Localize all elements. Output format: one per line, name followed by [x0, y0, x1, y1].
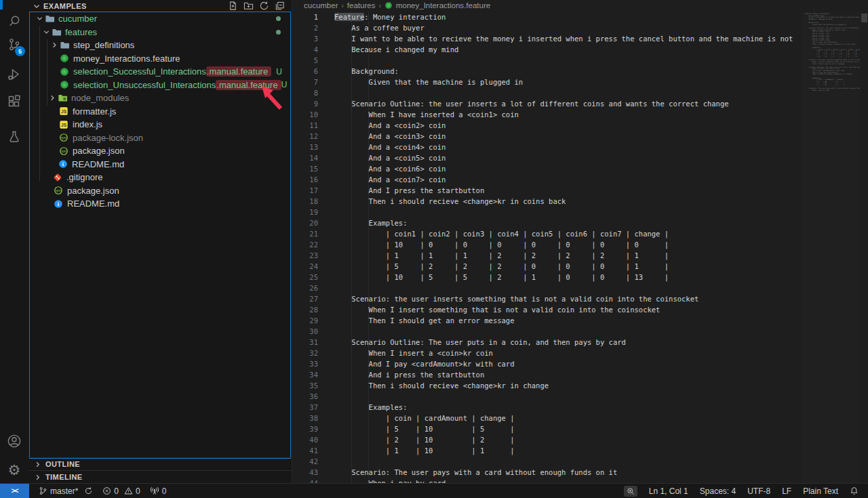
- tree-item-README.md[interactable]: iREADME.md: [29, 197, 291, 211]
- code-line[interactable]: And a <coin4> coin: [334, 142, 802, 152]
- code-line[interactable]: Then i should recieve <change>kr in chan…: [334, 380, 802, 391]
- code-line[interactable]: | coin1 | coin2 | coin3 | coin4 | coin5 …: [334, 228, 802, 239]
- code-line[interactable]: | 5 | 10 | 5 |: [334, 423, 802, 434]
- code-line[interactable]: | 2 | 10 | 2 |: [334, 434, 802, 445]
- new-folder-icon[interactable]: [243, 1, 254, 12]
- code-line[interactable]: [334, 326, 802, 337]
- line-number: 5: [292, 55, 318, 66]
- tree-item-selection_Successful_Interactions[interactable]: selection_Successful_Interactions.manual…: [29, 65, 291, 79]
- code-line[interactable]: When i pay by card: [334, 478, 802, 483]
- tree-item-formatter.js[interactable]: JSformatter.js: [29, 105, 291, 119]
- code-line[interactable]: And I pay <cardAmount>kr with card: [334, 358, 802, 369]
- outline-section[interactable]: OUTLINE: [28, 457, 292, 470]
- timeline-section[interactable]: TIMELINE: [28, 470, 292, 483]
- code-line[interactable]: Scenario: the user inserts something tha…: [334, 293, 802, 304]
- remote-indicator[interactable]: ><: [0, 484, 29, 498]
- code-line[interactable]: And I press the startbutton: [334, 185, 802, 196]
- code-content[interactable]: Feature: Money interaction As a coffee b…: [334, 12, 802, 483]
- breadcrumb-folder[interactable]: cucumber: [304, 1, 338, 9]
- extensions-icon[interactable]: [0, 88, 28, 115]
- code-line[interactable]: Scenario: The user pays with a card with…: [334, 467, 802, 478]
- tree-item-index.js[interactable]: JSindex.js: [29, 118, 291, 131]
- code-line[interactable]: When I insert something that is not a va…: [334, 304, 802, 315]
- code-line[interactable]: | coin | cardAmount | change |: [334, 413, 802, 423]
- code-line[interactable]: | 1 | 10 | 1 |: [334, 445, 802, 456]
- explorer-section-header[interactable]: EXAMPLES: [28, 0, 292, 12]
- cursor-position-item[interactable]: Ln 1, Col 1: [649, 486, 688, 496]
- tree-item-package.json[interactable]: npmpackage.json: [29, 184, 291, 198]
- notifications-item[interactable]: [850, 486, 859, 495]
- language-mode-item[interactable]: Plain Text: [803, 486, 838, 496]
- code-line[interactable]: And a <coin7> coin: [334, 174, 802, 185]
- new-file-icon[interactable]: [227, 1, 238, 12]
- encoding-item[interactable]: UTF-8: [747, 486, 770, 496]
- tree-item-selection_Unsuccessful_Interactions[interactable]: selection_Unsuccessful_Interactions.manu…: [29, 79, 291, 92]
- breadcrumb-folder[interactable]: features: [347, 1, 376, 9]
- code-line[interactable]: When I have inserted a <coin1> coin: [334, 109, 802, 120]
- code-line[interactable]: I want to be able to recieve the money i…: [334, 33, 802, 44]
- code-line[interactable]: Background:: [334, 66, 802, 77]
- code-line[interactable]: | 5 | 2 | 2 | 2 | 0 | 0 | 0 | 1 |: [334, 261, 802, 272]
- breadcrumb-file[interactable]: money_Interactions.feature: [396, 1, 490, 9]
- chevron-right-icon[interactable]: [50, 40, 59, 51]
- eol-item[interactable]: LF: [782, 486, 791, 496]
- tree-item-money_Interactions.feature[interactable]: money_Interactions.feature: [29, 52, 291, 66]
- code-line[interactable]: Feature: Money interaction: [334, 12, 802, 22]
- minimap[interactable]: Feature: Money interaction As a coffee b…: [802, 12, 860, 483]
- code-line[interactable]: And a <coin6> coin: [334, 163, 802, 174]
- chevron-down-icon[interactable]: [35, 14, 44, 24]
- code-line[interactable]: [334, 456, 802, 467]
- code-line[interactable]: | 10 | 5 | 5 | 2 | 1 | 0 | 0 | 13 |: [334, 272, 802, 283]
- tree-item-cucumber[interactable]: cucumber: [29, 12, 291, 26]
- code-line[interactable]: Examples:: [334, 217, 802, 228]
- chevron-right-icon[interactable]: [48, 93, 57, 104]
- code-line[interactable]: | 10 | 0 | 0 | 0 | 0 | 0 | 0 | 0 |: [334, 239, 802, 250]
- line-number: 28: [292, 304, 318, 315]
- ports-item[interactable]: 0: [150, 486, 167, 496]
- tree-item-step_definitions[interactable]: step_definitions: [29, 39, 291, 52]
- code-line[interactable]: And a <coin5> coin: [334, 152, 802, 163]
- scrollbar-thumb[interactable]: [861, 14, 867, 22]
- code-line[interactable]: [334, 283, 802, 293]
- refresh-icon[interactable]: [258, 1, 269, 12]
- testing-beaker-icon[interactable]: [0, 123, 28, 150]
- code-line[interactable]: Given that the machine is plugged in: [334, 77, 802, 87]
- code-line[interactable]: And i press the startbutton: [334, 369, 802, 380]
- code-line[interactable]: [334, 55, 802, 66]
- tree-item-.gitignore[interactable]: .gitignore: [29, 171, 291, 184]
- tree-item-package-lock.json[interactable]: npmpackage-lock.json: [29, 131, 291, 145]
- editor-scrollbar[interactable]: [860, 12, 868, 483]
- code-line[interactable]: And a <coin3> coin: [334, 131, 802, 142]
- problems-item[interactable]: 0 0: [102, 486, 140, 496]
- code-line[interactable]: [334, 207, 802, 217]
- indentation-item[interactable]: Spaces: 4: [700, 486, 736, 496]
- code-line[interactable]: Examples:: [334, 402, 802, 413]
- settings-gear-icon[interactable]: ⚙: [0, 456, 28, 483]
- code-line[interactable]: [334, 391, 802, 402]
- tree-item-node_modules[interactable]: node_modules: [29, 91, 291, 105]
- code-line[interactable]: Scenario Outline: the user inserts a lot…: [334, 98, 802, 109]
- code-line[interactable]: As a coffee buyer: [334, 22, 802, 33]
- source-control-icon[interactable]: 5: [0, 31, 28, 58]
- code-line[interactable]: Because i changed my mind: [334, 44, 802, 55]
- code-editor[interactable]: 1234567891011121314151617181920212223242…: [292, 12, 868, 483]
- code-line[interactable]: Then i should recieve <change>kr in coin…: [334, 196, 802, 207]
- chevron-down-icon[interactable]: [42, 26, 51, 37]
- tree-item-features[interactable]: features: [29, 26, 291, 39]
- tree-item-package.json[interactable]: npmpackage.json: [29, 144, 291, 158]
- code-line[interactable]: | 1 | 1 | 1 | 2 | 2 | 2 | 2 | 1 |: [334, 250, 802, 261]
- accounts-icon[interactable]: [0, 428, 28, 455]
- tree-item-README.md[interactable]: iREADME.md: [29, 158, 291, 171]
- code-line[interactable]: And a <coin2> coin: [334, 120, 802, 131]
- code-line[interactable]: Then I should get an error message: [334, 315, 802, 326]
- run-and-debug-icon[interactable]: [0, 61, 28, 88]
- filename-match-highlight: .manual.feature: [216, 80, 281, 90]
- zoom-status-item[interactable]: [624, 486, 637, 497]
- code-line[interactable]: When I insert a <coin>kr coin: [334, 348, 802, 358]
- git-branch-item[interactable]: master*: [39, 486, 93, 496]
- breadcrumb[interactable]: cucumber › features › money_Interactions…: [292, 0, 868, 11]
- code-line[interactable]: Scenario Outline: The user puts in a coi…: [334, 337, 802, 348]
- info-icon: i: [53, 199, 64, 209]
- code-line[interactable]: [334, 87, 802, 98]
- collapse-all-icon[interactable]: [274, 1, 285, 12]
